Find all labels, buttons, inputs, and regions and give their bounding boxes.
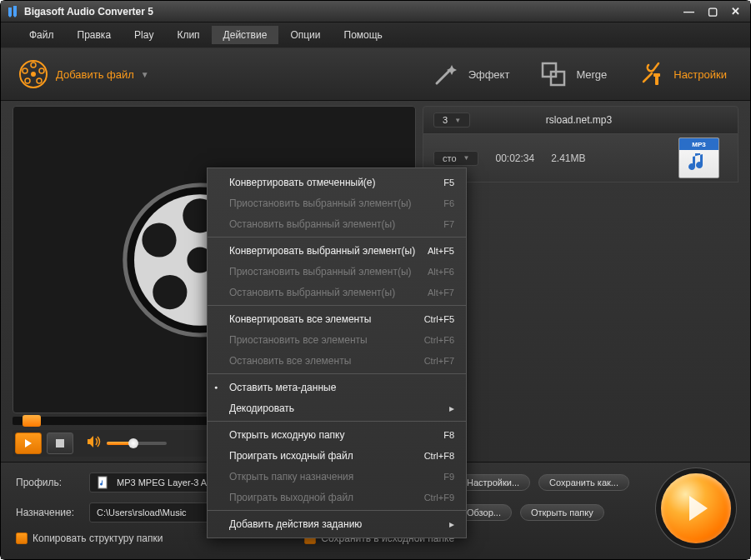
submenu-arrow-icon: ▸ — [449, 402, 454, 414]
menu-item-label: Добавить действия заданию — [229, 518, 362, 530]
file-duration: 00:02:34 — [495, 152, 534, 164]
checkbox-icon — [16, 532, 28, 544]
menu-edit[interactable]: Правка — [66, 26, 123, 44]
menu-item-label: Открыть исходную папку — [229, 429, 344, 441]
menu-item[interactable]: ●Оставить мета-данные — [208, 377, 466, 398]
svg-rect-1 — [13, 6, 17, 16]
film-reel-icon — [18, 58, 49, 90]
menu-item-label: Приостановить выбранный элемент(ы) — [229, 198, 412, 209]
menu-shortcut: Ctrl+F5 — [424, 314, 454, 324]
merge-label: Merge — [576, 68, 607, 81]
merge-button[interactable]: Merge — [538, 58, 607, 90]
app-title: Bigasoft Audio Converter 5 — [24, 6, 680, 18]
svg-point-5 — [31, 72, 36, 77]
menu-help[interactable]: Помощь — [333, 26, 394, 44]
menu-action[interactable]: Действие — [212, 26, 279, 44]
app-window: Bigasoft Audio Converter 5 — ▢ ✕ Файл Пр… — [0, 0, 751, 560]
menu-shortcut: F9 — [443, 472, 454, 482]
row-drop[interactable]: сто▼ — [433, 151, 478, 166]
menu-file[interactable]: Файл — [18, 26, 66, 44]
menu-shortcut: Alt+F7 — [428, 288, 454, 298]
menu-item-label: Остановить выбранный элемент(ы) — [229, 218, 395, 230]
save-as-button[interactable]: Сохранить как... — [538, 474, 629, 491]
music-file-icon — [97, 476, 110, 489]
svg-rect-12 — [551, 72, 564, 85]
menu-item: Остановить выбранный элемент(ы)F7 — [208, 213, 466, 234]
menu-clip[interactable]: Клип — [165, 26, 211, 44]
settings-button[interactable]: Настройки — [635, 58, 727, 90]
submenu-arrow-icon: ▸ — [449, 518, 454, 530]
menu-item-label: Конвертировать выбранный элемент(ы) — [229, 245, 415, 257]
menu-shortcut: Ctrl+F7 — [424, 356, 454, 366]
header-drop-1[interactable]: 3▼ — [433, 112, 470, 128]
effect-label: Эффект — [468, 68, 510, 81]
merge-icon — [538, 58, 569, 90]
svg-point-9 — [25, 78, 30, 83]
menu-item: Приостановить выбранный элемент(ы)Alt+F6 — [208, 261, 466, 282]
tools-icon — [635, 58, 667, 90]
copy-structure-checkbox[interactable]: Копировать структуру папки — [16, 532, 163, 544]
svg-rect-11 — [543, 63, 556, 77]
seek-knob[interactable] — [23, 415, 41, 427]
content-area: 3▼ rsload.net.mp3 сто▼ 00:02:34 2.41MB M… — [1, 101, 750, 462]
settings-label: Настройки — [673, 68, 727, 81]
chevron-down-icon: ▼ — [454, 117, 461, 124]
menu-item[interactable]: Конвертировать отмеченный(е)F5 — [208, 172, 466, 192]
maximize-button[interactable]: ▢ — [704, 5, 721, 18]
menu-item-label: Остановить все элементы — [229, 355, 351, 367]
menu-item[interactable]: Добавить действия заданию▸ — [208, 513, 466, 534]
menu-item[interactable]: Декодировать▸ — [208, 398, 466, 418]
menu-shortcut: F7 — [443, 219, 454, 229]
convert-button[interactable] — [661, 473, 731, 543]
effect-button[interactable]: Эффект — [430, 58, 510, 90]
minimize-button[interactable]: — — [680, 5, 698, 18]
file-row[interactable]: сто▼ 00:02:34 2.41MB MP3 — [423, 134, 738, 182]
volume-slider[interactable] — [107, 442, 167, 445]
menu-item[interactable]: Проиграть исходный файлCtrl+F8 — [208, 445, 466, 466]
volume-control — [87, 435, 167, 452]
menu-item[interactable]: Конвертировать выбранный элемент(ы)Alt+F… — [208, 240, 466, 261]
open-folder-button[interactable]: Открыть папку — [520, 504, 604, 521]
dest-label: Назначение: — [16, 507, 81, 518]
play-button[interactable] — [15, 432, 42, 454]
svg-point-7 — [39, 68, 44, 73]
copy-structure-label: Копировать структуру папки — [33, 532, 163, 544]
menu-play[interactable]: Play — [123, 26, 165, 44]
file-size: 2.41MB — [551, 152, 585, 164]
menu-item-label: Остановить выбранный элемент(ы) — [229, 287, 395, 298]
toolbar: Добавить файл ▼ Эффект Merge Настройки — [1, 48, 750, 101]
menu-item-label: Проиграть исходный файл — [229, 450, 353, 462]
menu-item: Остановить выбранный элемент(ы)Alt+F7 — [208, 282, 466, 302]
svg-point-10 — [23, 68, 28, 73]
close-button[interactable]: ✕ — [728, 5, 743, 18]
file-header: 3▼ rsload.net.mp3 — [423, 106, 738, 134]
volume-icon[interactable] — [87, 435, 102, 452]
header-drop-1-value: 3 — [443, 115, 448, 125]
menu-item-label: Конвертировать все элементы — [229, 313, 371, 325]
menu-shortcut: F6 — [443, 198, 454, 208]
menu-item[interactable]: Открыть исходную папкуF8 — [208, 424, 466, 445]
profile-settings-button[interactable]: Настройки... — [456, 474, 530, 491]
add-file-button[interactable]: Добавить файл ▼ — [18, 58, 149, 90]
menu-shortcut: Ctrl+F6 — [424, 335, 454, 345]
menu-item[interactable]: Конвертировать все элементыCtrl+F5 — [208, 308, 466, 329]
chevron-down-icon: ▼ — [463, 154, 470, 162]
menu-item-label: Открыть папку назначения — [229, 471, 353, 482]
menu-options[interactable]: Опции — [278, 26, 332, 44]
menu-item: Открыть папку назначенияF9 — [208, 466, 466, 487]
menu-item-label: Приостановить все элементы — [229, 334, 368, 346]
menu-shortcut: Alt+F5 — [428, 246, 454, 256]
menu-item: Остановить все элементыCtrl+F7 — [208, 350, 466, 371]
menu-shortcut: Ctrl+F8 — [424, 451, 454, 461]
file-thumb: MP3 — [678, 138, 719, 178]
add-file-label: Добавить файл — [56, 68, 134, 81]
menu-shortcut: Alt+F6 — [428, 267, 454, 277]
stop-button[interactable] — [47, 432, 73, 454]
svg-point-2 — [9, 14, 12, 17]
menu-item-label: Декодировать — [229, 402, 294, 414]
row-drop-value: сто — [443, 153, 457, 163]
app-icon — [8, 6, 19, 18]
svg-point-22 — [142, 222, 176, 257]
mp3-tag: MP3 — [679, 138, 718, 150]
menubar: Файл Правка Play Клип Действие Опции Пом… — [1, 22, 750, 48]
